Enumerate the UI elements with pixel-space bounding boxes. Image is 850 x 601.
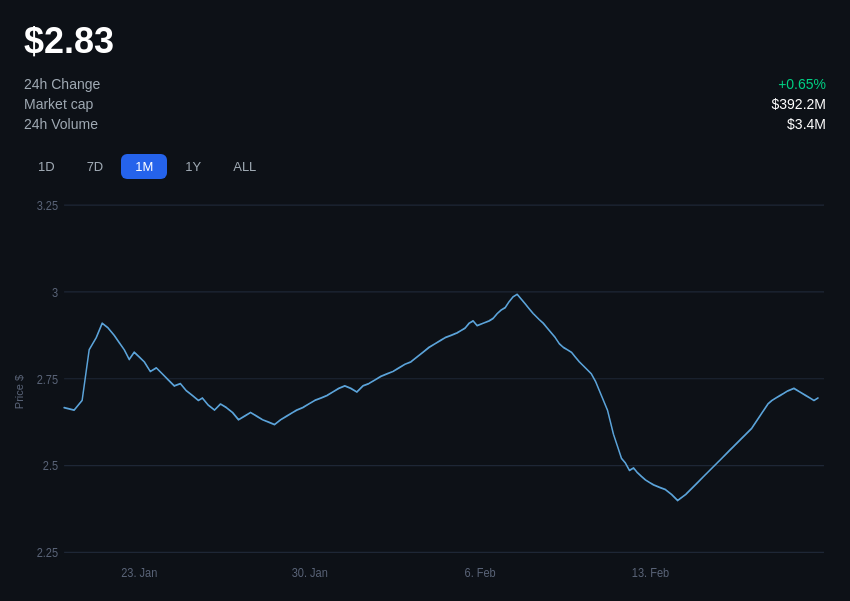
change-row: 24h Change +0.65% bbox=[24, 76, 826, 92]
svg-text:3.25: 3.25 bbox=[37, 198, 59, 213]
filter-1d[interactable]: 1D bbox=[24, 154, 69, 179]
volume-row: 24h Volume $3.4M bbox=[24, 116, 826, 132]
market-cap-row: Market cap $392.2M bbox=[24, 96, 826, 112]
volume-value: $3.4M bbox=[787, 116, 826, 132]
market-cap-value: $392.2M bbox=[772, 96, 826, 112]
volume-label: 24h Volume bbox=[24, 116, 98, 132]
filter-1m[interactable]: 1M bbox=[121, 154, 167, 179]
chart-area: Price $ 3.25 3 2.75 2.5 2.25 bbox=[24, 193, 826, 591]
change-value: +0.65% bbox=[778, 76, 826, 92]
filter-all[interactable]: ALL bbox=[219, 154, 270, 179]
price-line bbox=[64, 294, 818, 500]
svg-text:2.25: 2.25 bbox=[37, 545, 59, 560]
market-cap-label: Market cap bbox=[24, 96, 93, 112]
svg-text:2.5: 2.5 bbox=[43, 458, 59, 473]
svg-text:6. Feb: 6. Feb bbox=[465, 565, 496, 580]
price-chart: 3.25 3 2.75 2.5 2.25 23. Jan 30. Jan 6. … bbox=[24, 193, 826, 591]
y-axis-label: Price $ bbox=[13, 375, 25, 409]
filter-7d[interactable]: 7D bbox=[73, 154, 118, 179]
svg-text:2.75: 2.75 bbox=[37, 372, 59, 387]
filter-1y[interactable]: 1Y bbox=[171, 154, 215, 179]
svg-text:23. Jan: 23. Jan bbox=[121, 565, 157, 580]
time-filter-group: 1D 7D 1M 1Y ALL bbox=[24, 154, 826, 179]
svg-text:3: 3 bbox=[52, 285, 58, 300]
current-price: $2.83 bbox=[24, 20, 826, 62]
chart-container: Price $ 3.25 3 2.75 2.5 2.25 bbox=[24, 193, 826, 591]
svg-text:13. Feb: 13. Feb bbox=[632, 565, 670, 580]
change-label: 24h Change bbox=[24, 76, 100, 92]
svg-text:30. Jan: 30. Jan bbox=[292, 565, 328, 580]
